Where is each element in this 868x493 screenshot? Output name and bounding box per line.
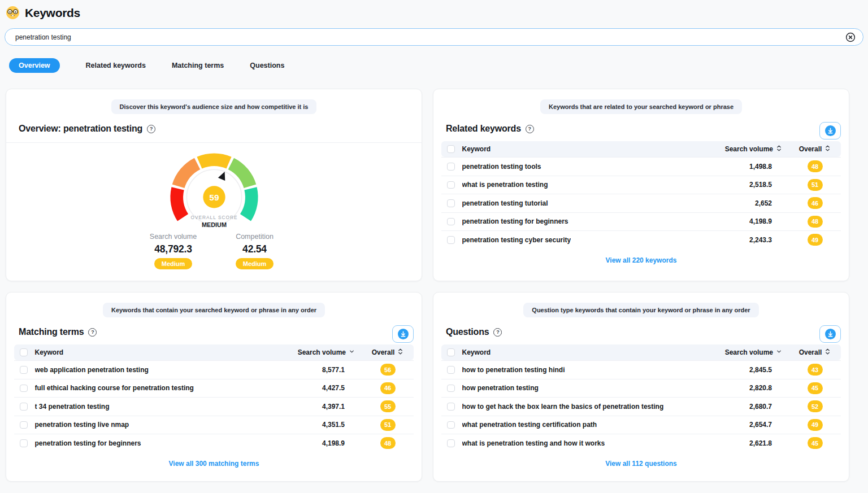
- table-row[interactable]: how penetration testing 2,820.8 45: [441, 379, 841, 398]
- panel-title: Questions: [446, 327, 489, 337]
- overall-score-badge: 48: [808, 160, 823, 172]
- table-row[interactable]: what is penetration testing 2,518.5 51: [441, 176, 841, 194]
- table-row[interactable]: penetration testing for beginners 4,198.…: [14, 434, 414, 452]
- table-row[interactable]: penetration testing tools 1,498.8 48: [441, 157, 841, 176]
- row-checkbox[interactable]: [20, 439, 28, 447]
- help-icon[interactable]: ?: [88, 328, 97, 337]
- column-keyword[interactable]: Keyword: [462, 348, 491, 356]
- column-keyword[interactable]: Keyword: [462, 145, 491, 153]
- download-button[interactable]: [392, 325, 414, 343]
- tab-questions[interactable]: Questions: [250, 62, 284, 69]
- search-volume-value: 4,198.9: [288, 439, 367, 447]
- description-pill: Discover this keyword's audience size an…: [111, 99, 317, 114]
- view-all-link[interactable]: View all 112 questions: [441, 460, 841, 468]
- row-checkbox[interactable]: [447, 199, 455, 207]
- table-row[interactable]: what penetration testing certification p…: [441, 416, 841, 434]
- keyword-text: penetration testing tutorial: [462, 199, 548, 207]
- select-all-checkbox[interactable]: [447, 348, 455, 356]
- score-gauge: 59 OVERALL SCORE MEDIUM: [6, 147, 422, 232]
- column-search-volume[interactable]: Search volume: [715, 348, 795, 356]
- tab-related-keywords[interactable]: Related keywords: [86, 62, 146, 69]
- column-search-volume[interactable]: Search volume: [288, 348, 367, 356]
- tab-overview[interactable]: Overview: [9, 58, 60, 73]
- column-overall[interactable]: Overall: [795, 348, 835, 357]
- row-checkbox[interactable]: [447, 385, 455, 392]
- search-volume-value: 2,518.5: [715, 181, 795, 189]
- overall-score-badge: 43: [808, 364, 823, 376]
- keyword-text: penetration testing cyber security: [462, 236, 571, 244]
- table-row[interactable]: how to penetration testing hindi 2,845.5…: [441, 360, 841, 379]
- sort-both-icon[interactable]: [397, 348, 403, 357]
- table-row[interactable]: penetration testing for beginners 4,198.…: [441, 212, 841, 231]
- table-row[interactable]: how to get hack the box learn the basics…: [441, 397, 841, 416]
- clear-search-button[interactable]: [845, 32, 856, 42]
- overall-score-badge: 55: [380, 400, 396, 412]
- keyword-text: how to get hack the box learn the basics…: [462, 403, 664, 411]
- overall-score-badge: 46: [808, 197, 823, 209]
- app-header: Keywords: [0, 0, 868, 20]
- description-pill: Keywords that are related to your search…: [540, 99, 742, 114]
- help-icon[interactable]: ?: [147, 125, 155, 133]
- download-button[interactable]: [819, 122, 841, 139]
- row-checkbox[interactable]: [447, 439, 455, 447]
- table-row[interactable]: full ethical hacking course for penetrat…: [14, 379, 414, 398]
- keyword-text: what is penetration testing and how it w…: [462, 439, 605, 447]
- row-checkbox[interactable]: [447, 366, 455, 374]
- view-all-link[interactable]: View all 220 keywords: [441, 256, 841, 264]
- overall-score-badge: 49: [808, 419, 823, 431]
- search-input[interactable]: [14, 33, 845, 42]
- sort-both-icon[interactable]: [824, 145, 831, 154]
- row-checkbox[interactable]: [447, 181, 455, 189]
- sort-both-icon[interactable]: [824, 348, 831, 357]
- column-overall[interactable]: Overall: [795, 145, 835, 154]
- table-row[interactable]: penetration testing live nmap 4,351.5 51: [14, 416, 414, 434]
- table-row[interactable]: web application penetration testing 8,57…: [14, 360, 414, 379]
- download-button[interactable]: [819, 325, 841, 343]
- row-checkbox[interactable]: [20, 421, 28, 429]
- divider: [6, 142, 422, 143]
- table-row[interactable]: t 34 penetration testing 4,397.1 55: [14, 397, 414, 416]
- row-checkbox[interactable]: [447, 421, 455, 429]
- view-all-link[interactable]: View all 300 matching terms: [14, 460, 414, 468]
- keyword-text: penetration testing for beginners: [35, 439, 141, 447]
- description-pill: Keywords that contain your searched keyw…: [103, 303, 325, 317]
- search-volume-value: 2,820.8: [715, 384, 795, 392]
- row-checkbox[interactable]: [447, 218, 455, 226]
- search-volume-value: 4,397.1: [288, 403, 367, 411]
- circle-x-icon: [845, 32, 856, 42]
- table-row[interactable]: what is penetration testing and how it w…: [441, 434, 841, 452]
- row-checkbox[interactable]: [20, 366, 28, 374]
- download-icon: [825, 125, 836, 136]
- stat-value: 48,792.3: [154, 243, 192, 255]
- column-search-volume[interactable]: Search volume: [715, 145, 795, 154]
- row-checkbox[interactable]: [447, 403, 455, 411]
- help-icon[interactable]: ?: [526, 125, 534, 133]
- row-checkbox[interactable]: [20, 403, 28, 411]
- sort-both-icon[interactable]: [776, 145, 782, 154]
- row-checkbox[interactable]: [447, 163, 455, 171]
- tab-bar: Overview Related keywords Matching terms…: [9, 58, 868, 72]
- status-badge: Medium: [154, 258, 193, 269]
- sort-descending-icon[interactable]: [776, 348, 782, 356]
- gauge-stats: Search volume 48,792.3 Medium Competitio…: [6, 233, 422, 269]
- panel-title: Related keywords: [446, 124, 521, 134]
- table-header: Keyword Search volume Overall: [441, 344, 841, 360]
- table-header: Keyword Search volume Overall: [14, 344, 414, 360]
- column-keyword[interactable]: Keyword: [35, 348, 64, 356]
- table-row[interactable]: penetration testing cyber security 2,243…: [441, 230, 841, 249]
- download-icon: [398, 329, 409, 339]
- search-volume-value: 1,498.8: [715, 163, 795, 171]
- select-all-checkbox[interactable]: [20, 348, 28, 356]
- sort-descending-icon[interactable]: [349, 348, 355, 356]
- row-checkbox[interactable]: [20, 385, 28, 392]
- help-icon[interactable]: ?: [493, 328, 502, 337]
- row-checkbox[interactable]: [447, 236, 455, 244]
- table-row[interactable]: penetration testing tutorial 2,652 46: [441, 194, 841, 212]
- search-volume-value: 2,621.8: [715, 439, 795, 447]
- overall-score-badge: 46: [380, 382, 396, 394]
- tab-matching-terms[interactable]: Matching terms: [172, 62, 224, 69]
- select-all-checkbox[interactable]: [447, 145, 455, 153]
- column-overall[interactable]: Overall: [367, 348, 408, 357]
- search-volume-value: 2,243.3: [715, 236, 795, 244]
- stat-search-volume: Search volume 48,792.3 Medium: [144, 233, 203, 269]
